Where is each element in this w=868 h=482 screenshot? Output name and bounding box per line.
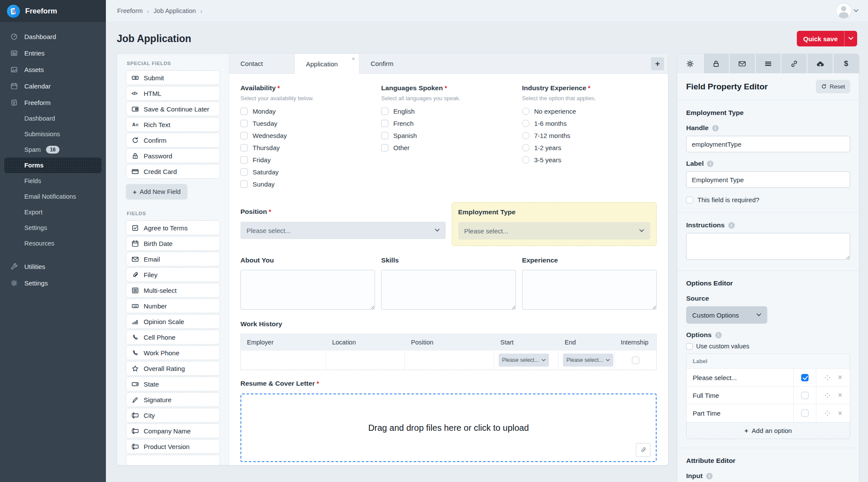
delete-option-icon[interactable]: × [838, 410, 842, 417]
sidebar-item-resources[interactable]: Resources [4, 236, 102, 251]
palette-item-city[interactable]: City [126, 408, 220, 423]
tab-validation[interactable] [704, 54, 730, 73]
internship-checkbox[interactable] [632, 357, 639, 364]
location-cell[interactable] [326, 351, 405, 370]
palette-item-multi-select[interactable]: Multi-select [126, 283, 220, 298]
tab-email-notifications[interactable] [730, 54, 756, 73]
palette-item-confirm[interactable]: Confirm [126, 133, 220, 148]
palette-item-opinion-scale[interactable]: Opinion Scale [126, 314, 220, 329]
palette-item-birth-date[interactable]: Birth Date [126, 236, 220, 251]
tab-payments[interactable]: $ [833, 54, 859, 73]
field-resume-cover-letter[interactable]: Resume & Cover Letter* Drag and drop fil… [240, 380, 657, 462]
drag-handle-icon[interactable] [824, 374, 831, 381]
checkbox[interactable] [381, 132, 388, 139]
sidebar-item-fields[interactable]: Fields [4, 173, 102, 189]
app-logo[interactable]: Freeform [0, 0, 106, 22]
palette-item-cell-phone[interactable]: Cell Phone [126, 330, 220, 344]
sidebar-item-export[interactable]: Export [4, 204, 102, 220]
palette-item-number[interactable]: 123 Number [126, 298, 220, 313]
checkbox[interactable] [240, 120, 248, 127]
field-work-history[interactable]: Work History Employer Location Position … [240, 320, 657, 370]
delete-option-icon[interactable]: × [838, 374, 842, 381]
reset-button[interactable]: Reset [816, 80, 850, 93]
checkbox[interactable] [240, 168, 248, 176]
position-select[interactable]: Please select... [240, 222, 446, 239]
sidebar-item-entries[interactable]: Entries [4, 45, 102, 61]
position-cell[interactable] [405, 351, 494, 370]
add-tab-button[interactable]: + [651, 57, 664, 70]
file-dropzone[interactable]: Drag and drop files here or click to upl… [240, 393, 657, 462]
palette-item-save-continue-later[interactable]: Save & Continue Later [126, 102, 220, 116]
tab-form-settings[interactable] [756, 54, 782, 73]
palette-item-html[interactable]: </> HTML [126, 86, 220, 101]
checkbox[interactable] [240, 108, 248, 115]
experience-textarea[interactable] [522, 270, 657, 310]
palette-item-work-phone[interactable]: Work Phone [126, 345, 220, 360]
breadcrumb-freeform[interactable]: Freeform [117, 7, 143, 14]
palette-item-email[interactable]: Email [126, 252, 220, 266]
checkbox[interactable] [381, 144, 388, 151]
field-about-you[interactable]: About You [240, 256, 375, 310]
sidebar-item-calendar[interactable]: Calendar [4, 78, 102, 94]
sidebar-item-freeform[interactable]: Freeform [4, 94, 102, 111]
sidebar-item-spam[interactable]: Spam16 [4, 142, 102, 157]
drag-handle-icon[interactable] [824, 410, 831, 416]
field-employment-type-selected[interactable]: Employment Type Please select... [452, 202, 657, 246]
tab-integrations[interactable] [781, 54, 807, 73]
checkbox[interactable] [240, 144, 248, 151]
tab-field-properties[interactable] [677, 54, 704, 73]
palette-item-credit-card[interactable]: Credit Card [126, 164, 220, 179]
add-option-button[interactable]: + Add an option [686, 423, 850, 439]
palette-item-submit[interactable]: Submit [126, 70, 220, 85]
quick-save-button[interactable]: Quick save [797, 31, 844, 46]
field-availability[interactable]: Availability* Select your availability b… [240, 84, 375, 193]
radio-button[interactable] [522, 156, 529, 164]
palette-item-filey[interactable]: Filey [126, 267, 220, 282]
palette-item-product-version[interactable]: Product Version [126, 439, 220, 454]
sidebar-item-freeform-settings[interactable]: Settings [4, 220, 102, 236]
field-experience[interactable]: Experience [522, 256, 657, 310]
radio-button[interactable] [522, 108, 529, 115]
sidebar-item-settings[interactable]: Settings [4, 275, 102, 291]
default-option-checkbox[interactable] [801, 410, 809, 417]
about-you-textarea[interactable] [240, 270, 375, 310]
checkbox[interactable] [240, 132, 248, 139]
start-date-select[interactable]: Please select... [499, 354, 549, 367]
palette-item-company-name[interactable]: Company Name [126, 423, 220, 438]
source-select[interactable]: Custom Options [686, 306, 767, 324]
sidebar-item-email-notifications[interactable]: Email Notifications [4, 189, 102, 204]
employment-type-select[interactable]: Please select... [458, 222, 651, 239]
tab-crm[interactable] [807, 54, 833, 73]
sidebar-item-dashboard[interactable]: Dashboard [4, 28, 102, 45]
sidebar-item-assets[interactable]: Assets [4, 61, 102, 78]
sidebar-item-utilities[interactable]: Utilities [4, 258, 102, 275]
delete-option-icon[interactable]: × [838, 392, 842, 399]
palette-item-state[interactable]: State [126, 377, 220, 391]
instructions-textarea[interactable] [686, 233, 850, 260]
skills-textarea[interactable] [381, 270, 516, 310]
tab-application[interactable]: Application × [294, 54, 359, 74]
handle-input[interactable] [686, 136, 850, 152]
quick-save-dropdown-button[interactable] [844, 31, 857, 46]
tab-confirm[interactable]: Confirm [359, 54, 424, 73]
sidebar-item-submissions[interactable]: Submissions [4, 126, 102, 142]
user-menu[interactable] [836, 3, 858, 18]
field-skills[interactable]: Skills [381, 256, 516, 310]
checkbox[interactable] [381, 108, 388, 115]
add-new-field-button[interactable]: + Add New Field [126, 184, 187, 200]
radio-button[interactable] [522, 144, 529, 151]
breadcrumb-job-application[interactable]: Job Application [154, 7, 196, 14]
radio-button[interactable] [522, 132, 529, 139]
palette-item-agree-to-terms[interactable]: Agree to Terms [126, 220, 220, 235]
checkbox[interactable] [381, 120, 388, 127]
attach-file-button[interactable] [636, 443, 651, 457]
palette-item-password[interactable]: Password [126, 148, 220, 163]
label-input[interactable] [686, 171, 850, 188]
checkbox[interactable] [240, 180, 248, 188]
employer-cell[interactable] [241, 351, 326, 370]
checkbox[interactable] [240, 156, 248, 164]
field-industry-experience[interactable]: Industry Experience* Select the option t… [522, 84, 657, 193]
required-checkbox[interactable] [686, 197, 693, 203]
drag-handle-icon[interactable] [824, 392, 831, 399]
palette-item-signature[interactable]: Signature [126, 392, 220, 407]
